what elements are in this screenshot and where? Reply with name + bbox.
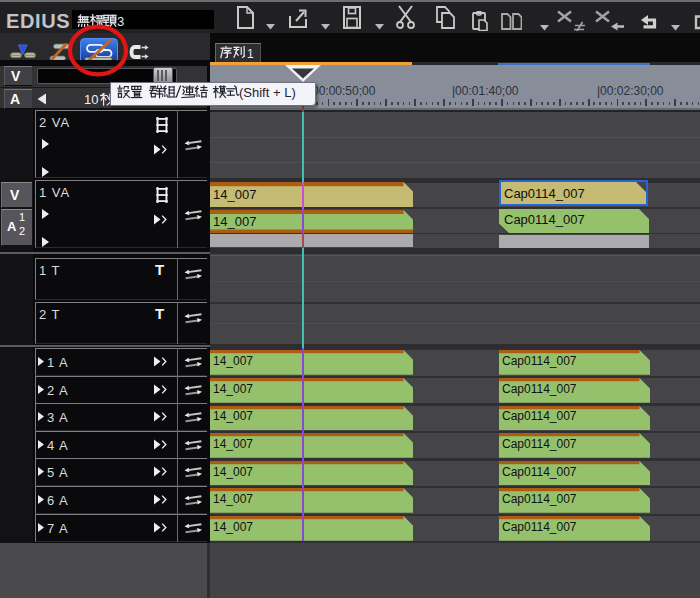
svg-text:1: 1 (247, 47, 254, 61)
svg-text:(Shift + L): (Shift + L) (239, 85, 296, 100)
